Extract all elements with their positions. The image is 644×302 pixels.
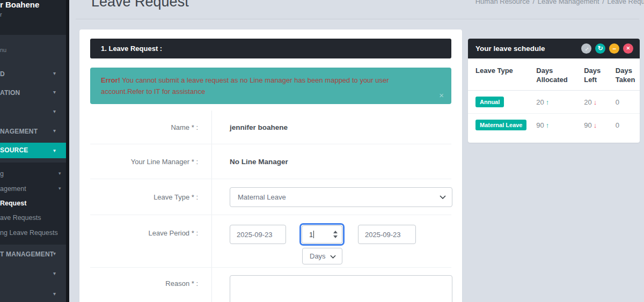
reason-row: Reason * :: [90, 268, 451, 302]
sidebar-item-dashboard[interactable]: D ▾: [0, 70, 66, 78]
start-date-value: 2025-09-23: [237, 231, 273, 239]
table-row: Annual 20↑ 20↓ 0: [468, 91, 640, 114]
days-taken-value: 0: [616, 121, 619, 129]
column-header-leave-type: Leave Type: [468, 58, 532, 91]
column-header-days-left: Days Left: [580, 58, 611, 91]
leave-type-badge: Annual: [475, 97, 504, 107]
schedule-title: Your leave schedule: [475, 45, 545, 53]
caret-down-icon: ▾: [58, 186, 61, 191]
sidebar-item-label: ATION: [0, 89, 20, 97]
breadcrumb: Human Resource / Leave Management / Leav…: [475, 0, 644, 5]
name-row: Name * : jennifer boahene: [90, 111, 451, 144]
days-count-input[interactable]: 1: [302, 225, 342, 244]
sidebar-item-management[interactable]: NAGEMENT ▾: [0, 128, 66, 135]
caret-down-icon: ▾: [53, 143, 56, 158]
start-date-input[interactable]: 2025-09-23: [230, 225, 286, 244]
days-count-value: 1: [309, 231, 313, 239]
caret-down-icon: ▾: [53, 251, 56, 256]
days-left-value: 90: [584, 121, 591, 129]
close-button[interactable]: ✕: [623, 43, 633, 54]
refresh-icon: ↻: [597, 45, 603, 51]
sidebar-item-asset-management[interactable]: T MANAGEMENT ▾: [0, 251, 66, 258]
line-manager-row: Your Line Manager * : No Line Manager: [90, 144, 451, 179]
caret-down-icon: ▾: [53, 270, 56, 276]
submenu-item-label: agement: [0, 185, 26, 193]
down-arrow-icon: ↓: [594, 98, 597, 106]
leave-type-badge: Maternal Leave: [475, 120, 526, 130]
submenu-item-label: ave Requests: [0, 214, 41, 222]
sidebar-item-label: SOURCE: [0, 146, 28, 154]
expand-icon: ↔: [582, 45, 591, 53]
leave-period-label: Leave Period * :: [90, 215, 212, 267]
number-spinner: [333, 231, 338, 238]
menu-label: nu: [0, 47, 6, 53]
caret-down-icon: ▾: [58, 171, 61, 176]
days-taken-value: 0: [616, 98, 619, 106]
days-allocated-value: 90: [536, 121, 544, 129]
main-content: Leave Request Human Resource / Leave Man…: [69, 0, 644, 302]
panel-header: 1. Leave Request :: [90, 39, 451, 58]
submenu-item-label: g: [0, 170, 4, 178]
text-cursor: [313, 231, 314, 238]
period-unit-select[interactable]: Days: [302, 248, 342, 264]
caret-down-icon: ▾: [53, 291, 56, 297]
down-arrow-icon: ↓: [594, 121, 597, 129]
submenu-item-label: Request: [0, 200, 26, 207]
line-manager-label: Your Line Manager * :: [90, 144, 212, 179]
error-alert-message: You cannot submit a leave request as no …: [101, 76, 389, 95]
breadcrumb-item[interactable]: Leave Management: [538, 0, 599, 5]
leave-request-card: 1. Leave Request : Error!You cannot subm…: [79, 30, 462, 302]
error-alert: Error!You cannot submit a leave request …: [90, 68, 451, 104]
days-allocated-value: 20: [536, 98, 544, 106]
spinner-down-icon[interactable]: [333, 235, 338, 238]
sidebar-item-label: D: [0, 70, 5, 78]
leave-type-row: Leave Type * : Maternal Leave: [90, 179, 451, 215]
submenu-item-leave-request[interactable]: Request: [0, 200, 66, 207]
name-label: Name * :: [90, 111, 212, 144]
column-header-days-taken: Days Taken: [611, 58, 640, 91]
name-value: jennifer boahene: [230, 123, 288, 131]
end-date-input[interactable]: 2025-09-23: [358, 225, 416, 244]
human-resource-submenu: g ▾ agement ▾ Request ave Requests ng Le…: [0, 163, 66, 245]
close-icon: ✕: [626, 46, 631, 51]
schedule-header: Your leave schedule ↔ ↻ − ✕: [468, 39, 640, 58]
days-left-value: 20: [584, 98, 591, 106]
caret-down-icon: ▾: [53, 70, 56, 76]
sidebar-item-label: T MANAGEMENT: [0, 251, 54, 258]
caret-down-icon: ▾: [53, 108, 56, 114]
submenu-item[interactable]: g ▾: [0, 170, 66, 178]
sidebar-item-human-resource[interactable]: SOURCE ▾: [0, 143, 66, 158]
sidebar: r Boahene r nu D ▾ ATION ▾ ▾ NAGEMENT ▾ …: [0, 0, 66, 302]
up-arrow-icon: ↑: [546, 121, 550, 129]
error-alert-prefix: Error!: [101, 76, 120, 84]
spinner-up-icon[interactable]: [333, 231, 338, 233]
leave-type-select[interactable]: Maternal Leave: [230, 187, 452, 207]
reason-label: Reason * :: [90, 268, 212, 302]
submenu-item-pending-leave-requests[interactable]: ng Leave Requests: [0, 229, 66, 237]
leave-schedule-table: Leave Type Days Allocated Days Left Days…: [468, 58, 640, 136]
line-manager-value: No Line Manager: [230, 158, 288, 166]
submenu-item-leave-management[interactable]: agement ▾: [0, 185, 66, 193]
expand-button[interactable]: ↔: [581, 43, 591, 54]
user-block: r Boahene r: [0, 0, 66, 35]
submenu-item-label: ng Leave Requests: [0, 229, 58, 237]
alert-close-icon[interactable]: ×: [439, 91, 444, 99]
breadcrumb-separator: /: [602, 0, 604, 5]
breadcrumb-item[interactable]: Human Resource: [475, 0, 530, 5]
days-count-focus-ring: 1: [299, 223, 345, 246]
reason-textarea[interactable]: [230, 275, 452, 302]
up-arrow-icon: ↑: [546, 98, 550, 106]
leave-schedule-card: Your leave schedule ↔ ↻ − ✕ Leave Type D…: [468, 39, 640, 143]
sidebar-item-administration[interactable]: ATION ▾: [0, 89, 66, 97]
sidebar-item-label: NAGEMENT: [0, 128, 38, 135]
column-header-days-allocated: Days Allocated: [532, 58, 580, 91]
table-row: Maternal Leave 90↑ 90↓ 0: [468, 114, 640, 137]
minus-icon: −: [612, 46, 616, 52]
breadcrumb-separator: /: [533, 0, 535, 5]
caret-down-icon: ▾: [53, 128, 56, 134]
refresh-button[interactable]: ↻: [595, 43, 605, 54]
submenu-item-leave-requests[interactable]: ave Requests: [0, 214, 66, 222]
chevron-down-icon: [440, 195, 446, 199]
collapse-button[interactable]: −: [609, 43, 619, 54]
leave-type-selected-value: Maternal Leave: [238, 193, 286, 201]
